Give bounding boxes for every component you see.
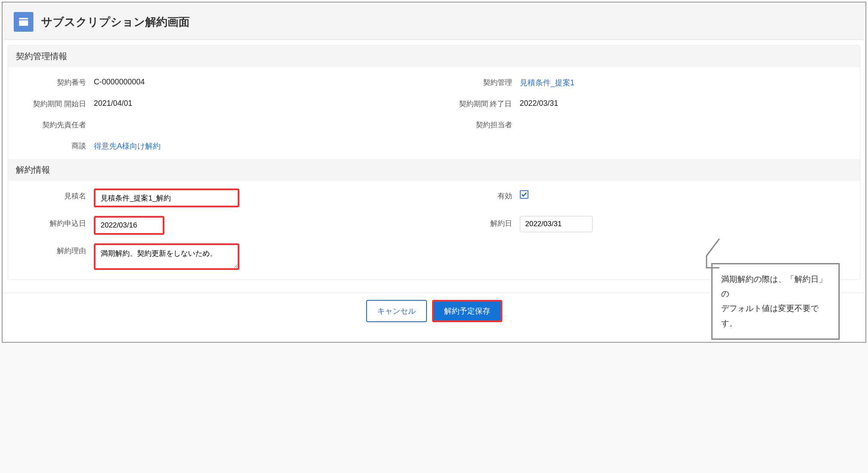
label-quote-name: 見積名 [8, 189, 94, 201]
field-client-manager: 契約先責任者 [8, 113, 434, 134]
section-heading-contract-info: 契約管理情報 [8, 45, 860, 67]
textarea-cancel-reason[interactable] [94, 243, 239, 270]
contract-info-grid: 契約番号 C-0000000004 契約管理 見積条件_提案1 契約期間 開始日… [8, 67, 860, 159]
label-client-manager: 契約先責任者 [8, 117, 94, 130]
label-contract-number: 契約番号 [8, 75, 94, 87]
page-container: サブスクリプション解約画面 契約管理情報 契約番号 C-0000000004 契… [2, 2, 866, 343]
value-period-start: 2021/04/01 [94, 96, 132, 108]
label-cancel-reason: 解約理由 [8, 243, 94, 256]
label-cancel-apply: 解約申込日 [8, 216, 94, 228]
label-cancel-date: 解約日 [434, 216, 520, 228]
field-cancel-apply: 解約申込日 [8, 212, 434, 239]
field-contract-mgmt: 契約管理 見積条件_提案1 [434, 71, 860, 92]
label-active: 有効 [434, 189, 520, 201]
value-contract-number: C-0000000004 [94, 75, 145, 87]
label-opportunity: 商談 [8, 138, 94, 151]
callout-note: 満期解約の際は、「解約日」の デフォルト値は変更不要です。 [711, 263, 840, 340]
input-cancel-apply-date[interactable] [94, 216, 164, 235]
label-period-start: 契約期間 開始日 [8, 96, 94, 109]
label-period-end: 契約期間 終了日 [434, 96, 520, 109]
page-title: サブスクリプション解約画面 [41, 15, 190, 30]
input-quote-name[interactable] [94, 189, 239, 207]
value-period-end: 2022/03/31 [520, 96, 558, 108]
link-contract-mgmt[interactable]: 見積条件_提案1 [520, 75, 575, 88]
label-contract-rep: 契約担当者 [434, 117, 520, 130]
field-period-end: 契約期間 終了日 2022/03/31 [434, 92, 860, 113]
callout-line1: 満期解約の際は、「解約日」の [721, 272, 830, 301]
section-heading-cancel-info: 解約情報 [8, 159, 860, 181]
callout-line2: デフォルト値は変更不要です。 [721, 301, 830, 330]
input-cancel-date[interactable] [520, 216, 593, 232]
subscription-icon [14, 12, 33, 32]
link-opportunity[interactable]: 得意先A様向け解約 [94, 138, 161, 151]
field-cancel-date: 解約日 [434, 212, 860, 239]
page-header: サブスクリプション解約画面 [4, 4, 864, 40]
main-panel: 契約管理情報 契約番号 C-0000000004 契約管理 見積条件_提案1 契… [8, 45, 860, 280]
field-opportunity: 商談 得意先A様向け解約 [8, 134, 860, 156]
field-period-start: 契約期間 開始日 2021/04/01 [8, 92, 434, 113]
callout-pointer-icon [703, 239, 720, 273]
save-button[interactable]: 解約予定保存 [432, 300, 502, 322]
label-contract-mgmt: 契約管理 [434, 75, 520, 87]
field-active: 有効 [434, 184, 860, 212]
field-contract-rep: 契約担当者 [434, 113, 860, 134]
field-quote-name: 見積名 [8, 184, 434, 212]
checkbox-active[interactable] [520, 190, 528, 199]
field-contract-number: 契約番号 C-0000000004 [8, 71, 434, 92]
cancel-button[interactable]: キャンセル [366, 300, 427, 322]
